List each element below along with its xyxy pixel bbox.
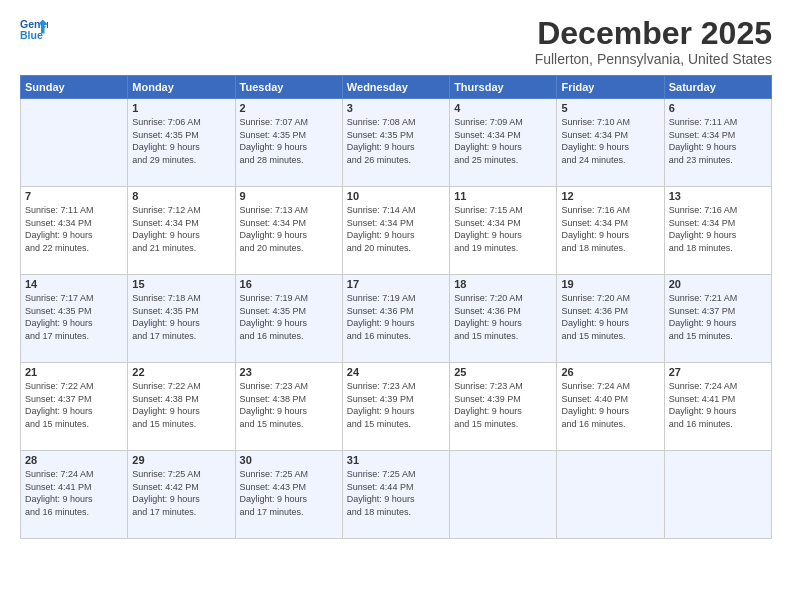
day-info: Sunrise: 7:22 AM Sunset: 4:38 PM Dayligh…: [132, 380, 230, 430]
location: Fullerton, Pennsylvania, United States: [535, 51, 772, 67]
title-section: December 2025 Fullerton, Pennsylvania, U…: [535, 16, 772, 67]
calendar-header-cell: Saturday: [664, 76, 771, 99]
calendar-header-cell: Tuesday: [235, 76, 342, 99]
calendar-cell: 8Sunrise: 7:12 AM Sunset: 4:34 PM Daylig…: [128, 187, 235, 275]
day-number: 30: [240, 454, 338, 466]
day-number: 3: [347, 102, 445, 114]
calendar-cell: 21Sunrise: 7:22 AM Sunset: 4:37 PM Dayli…: [21, 363, 128, 451]
day-info: Sunrise: 7:24 AM Sunset: 4:41 PM Dayligh…: [669, 380, 767, 430]
calendar-cell: 29Sunrise: 7:25 AM Sunset: 4:42 PM Dayli…: [128, 451, 235, 539]
calendar-cell: 4Sunrise: 7:09 AM Sunset: 4:34 PM Daylig…: [450, 99, 557, 187]
calendar-week-row: 28Sunrise: 7:24 AM Sunset: 4:41 PM Dayli…: [21, 451, 772, 539]
day-number: 16: [240, 278, 338, 290]
day-number: 8: [132, 190, 230, 202]
calendar-cell: 25Sunrise: 7:23 AM Sunset: 4:39 PM Dayli…: [450, 363, 557, 451]
svg-text:Blue: Blue: [20, 29, 43, 41]
logo-icon: General Blue: [20, 16, 48, 44]
calendar-cell: 17Sunrise: 7:19 AM Sunset: 4:36 PM Dayli…: [342, 275, 449, 363]
day-info: Sunrise: 7:24 AM Sunset: 4:41 PM Dayligh…: [25, 468, 123, 518]
day-info: Sunrise: 7:16 AM Sunset: 4:34 PM Dayligh…: [561, 204, 659, 254]
day-number: 28: [25, 454, 123, 466]
day-number: 12: [561, 190, 659, 202]
calendar-header-cell: Monday: [128, 76, 235, 99]
calendar-cell: 14Sunrise: 7:17 AM Sunset: 4:35 PM Dayli…: [21, 275, 128, 363]
day-number: 29: [132, 454, 230, 466]
day-number: 22: [132, 366, 230, 378]
calendar-header-cell: Sunday: [21, 76, 128, 99]
day-info: Sunrise: 7:13 AM Sunset: 4:34 PM Dayligh…: [240, 204, 338, 254]
calendar-cell: [450, 451, 557, 539]
calendar-cell: 11Sunrise: 7:15 AM Sunset: 4:34 PM Dayli…: [450, 187, 557, 275]
calendar-header-cell: Friday: [557, 76, 664, 99]
day-number: 6: [669, 102, 767, 114]
header: General Blue December 2025 Fullerton, Pe…: [20, 16, 772, 67]
day-number: 11: [454, 190, 552, 202]
day-info: Sunrise: 7:17 AM Sunset: 4:35 PM Dayligh…: [25, 292, 123, 342]
day-info: Sunrise: 7:24 AM Sunset: 4:40 PM Dayligh…: [561, 380, 659, 430]
day-info: Sunrise: 7:25 AM Sunset: 4:42 PM Dayligh…: [132, 468, 230, 518]
day-number: 19: [561, 278, 659, 290]
day-info: Sunrise: 7:15 AM Sunset: 4:34 PM Dayligh…: [454, 204, 552, 254]
calendar-cell: 1Sunrise: 7:06 AM Sunset: 4:35 PM Daylig…: [128, 99, 235, 187]
day-number: 15: [132, 278, 230, 290]
day-info: Sunrise: 7:20 AM Sunset: 4:36 PM Dayligh…: [454, 292, 552, 342]
day-info: Sunrise: 7:23 AM Sunset: 4:38 PM Dayligh…: [240, 380, 338, 430]
day-number: 5: [561, 102, 659, 114]
calendar-cell: 15Sunrise: 7:18 AM Sunset: 4:35 PM Dayli…: [128, 275, 235, 363]
day-info: Sunrise: 7:19 AM Sunset: 4:35 PM Dayligh…: [240, 292, 338, 342]
calendar-cell: 24Sunrise: 7:23 AM Sunset: 4:39 PM Dayli…: [342, 363, 449, 451]
day-info: Sunrise: 7:16 AM Sunset: 4:34 PM Dayligh…: [669, 204, 767, 254]
calendar-body: 1Sunrise: 7:06 AM Sunset: 4:35 PM Daylig…: [21, 99, 772, 539]
day-number: 25: [454, 366, 552, 378]
calendar-cell: 18Sunrise: 7:20 AM Sunset: 4:36 PM Dayli…: [450, 275, 557, 363]
day-info: Sunrise: 7:25 AM Sunset: 4:43 PM Dayligh…: [240, 468, 338, 518]
day-number: 27: [669, 366, 767, 378]
calendar-week-row: 1Sunrise: 7:06 AM Sunset: 4:35 PM Daylig…: [21, 99, 772, 187]
day-number: 23: [240, 366, 338, 378]
calendar-cell: [557, 451, 664, 539]
day-info: Sunrise: 7:18 AM Sunset: 4:35 PM Dayligh…: [132, 292, 230, 342]
day-info: Sunrise: 7:11 AM Sunset: 4:34 PM Dayligh…: [669, 116, 767, 166]
day-info: Sunrise: 7:08 AM Sunset: 4:35 PM Dayligh…: [347, 116, 445, 166]
calendar-cell: 23Sunrise: 7:23 AM Sunset: 4:38 PM Dayli…: [235, 363, 342, 451]
day-info: Sunrise: 7:23 AM Sunset: 4:39 PM Dayligh…: [347, 380, 445, 430]
logo: General Blue: [20, 16, 48, 44]
day-info: Sunrise: 7:21 AM Sunset: 4:37 PM Dayligh…: [669, 292, 767, 342]
calendar-cell: 9Sunrise: 7:13 AM Sunset: 4:34 PM Daylig…: [235, 187, 342, 275]
day-number: 14: [25, 278, 123, 290]
calendar-cell: 26Sunrise: 7:24 AM Sunset: 4:40 PM Dayli…: [557, 363, 664, 451]
day-number: 26: [561, 366, 659, 378]
day-info: Sunrise: 7:09 AM Sunset: 4:34 PM Dayligh…: [454, 116, 552, 166]
day-info: Sunrise: 7:25 AM Sunset: 4:44 PM Dayligh…: [347, 468, 445, 518]
calendar-cell: 6Sunrise: 7:11 AM Sunset: 4:34 PM Daylig…: [664, 99, 771, 187]
calendar-week-row: 14Sunrise: 7:17 AM Sunset: 4:35 PM Dayli…: [21, 275, 772, 363]
day-info: Sunrise: 7:12 AM Sunset: 4:34 PM Dayligh…: [132, 204, 230, 254]
calendar-cell: 30Sunrise: 7:25 AM Sunset: 4:43 PM Dayli…: [235, 451, 342, 539]
calendar-cell: 7Sunrise: 7:11 AM Sunset: 4:34 PM Daylig…: [21, 187, 128, 275]
calendar-cell: [664, 451, 771, 539]
calendar-cell: 27Sunrise: 7:24 AM Sunset: 4:41 PM Dayli…: [664, 363, 771, 451]
day-info: Sunrise: 7:22 AM Sunset: 4:37 PM Dayligh…: [25, 380, 123, 430]
calendar-cell: 19Sunrise: 7:20 AM Sunset: 4:36 PM Dayli…: [557, 275, 664, 363]
month-title: December 2025: [535, 16, 772, 51]
calendar-cell: 16Sunrise: 7:19 AM Sunset: 4:35 PM Dayli…: [235, 275, 342, 363]
calendar-cell: 3Sunrise: 7:08 AM Sunset: 4:35 PM Daylig…: [342, 99, 449, 187]
calendar-cell: 20Sunrise: 7:21 AM Sunset: 4:37 PM Dayli…: [664, 275, 771, 363]
day-info: Sunrise: 7:10 AM Sunset: 4:34 PM Dayligh…: [561, 116, 659, 166]
day-number: 20: [669, 278, 767, 290]
calendar-cell: 5Sunrise: 7:10 AM Sunset: 4:34 PM Daylig…: [557, 99, 664, 187]
calendar-cell: [21, 99, 128, 187]
calendar-cell: 10Sunrise: 7:14 AM Sunset: 4:34 PM Dayli…: [342, 187, 449, 275]
calendar-header-row: SundayMondayTuesdayWednesdayThursdayFrid…: [21, 76, 772, 99]
calendar-cell: 12Sunrise: 7:16 AM Sunset: 4:34 PM Dayli…: [557, 187, 664, 275]
day-number: 31: [347, 454, 445, 466]
day-info: Sunrise: 7:23 AM Sunset: 4:39 PM Dayligh…: [454, 380, 552, 430]
day-info: Sunrise: 7:06 AM Sunset: 4:35 PM Dayligh…: [132, 116, 230, 166]
calendar-header-cell: Wednesday: [342, 76, 449, 99]
day-info: Sunrise: 7:11 AM Sunset: 4:34 PM Dayligh…: [25, 204, 123, 254]
day-number: 10: [347, 190, 445, 202]
calendar-week-row: 21Sunrise: 7:22 AM Sunset: 4:37 PM Dayli…: [21, 363, 772, 451]
day-number: 17: [347, 278, 445, 290]
calendar-week-row: 7Sunrise: 7:11 AM Sunset: 4:34 PM Daylig…: [21, 187, 772, 275]
day-info: Sunrise: 7:19 AM Sunset: 4:36 PM Dayligh…: [347, 292, 445, 342]
